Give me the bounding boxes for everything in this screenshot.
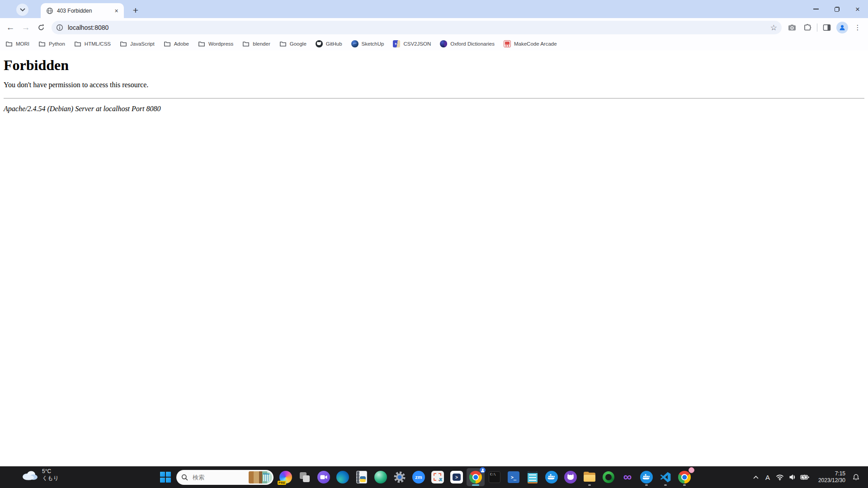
bookmark-adobe[interactable]: Adobe <box>164 40 189 47</box>
taskbar-app-copilot[interactable]: PRE <box>277 468 295 486</box>
tab-close-icon[interactable]: × <box>113 7 120 14</box>
sketchup-icon <box>351 40 359 47</box>
taskbar-app-docker-2[interactable] <box>637 468 656 486</box>
running-indicator <box>472 484 479 486</box>
taskbar-app-python-file[interactable] <box>353 468 371 486</box>
taskbar-app-vscode[interactable] <box>656 468 675 486</box>
close-button[interactable]: × <box>847 0 868 18</box>
csv2json-icon <box>393 40 400 47</box>
browser-titlebar: 403 Forbidden × + × <box>0 0 868 18</box>
bookmark-mori[interactable]: MORI <box>5 40 29 47</box>
tab-search-button[interactable] <box>16 4 28 16</box>
notifications-button[interactable] <box>849 466 863 488</box>
taskbar-app-powershell[interactable]: >_ <box>505 468 523 486</box>
command-prompt-icon: C:\ <box>489 471 500 483</box>
browser-window: 403 Forbidden × + × ← → <box>0 0 868 466</box>
oxford-icon <box>440 40 447 47</box>
start-button[interactable] <box>156 468 175 486</box>
makecode-icon <box>504 40 511 47</box>
side-panel-button[interactable] <box>819 20 835 35</box>
taskbar-app-github-desktop[interactable] <box>561 468 580 486</box>
tray-chevron-up[interactable] <box>750 466 761 488</box>
bookmark-makecode-arcade[interactable]: MakeCode Arcade <box>504 40 557 47</box>
taskbar-app-docker[interactable] <box>542 468 561 486</box>
ime-indicator[interactable]: A <box>762 466 773 488</box>
tab-403-forbidden[interactable]: 403 Forbidden × <box>41 3 124 18</box>
bookmark-github[interactable]: GitHub <box>316 40 342 47</box>
reload-icon <box>37 23 45 32</box>
snipping-tool-icon <box>431 471 444 483</box>
bookmark-htmlcss[interactable]: HTML/CSS <box>74 40 111 47</box>
running-indicator <box>645 484 648 486</box>
taskbar-app-green-ring[interactable] <box>599 468 618 486</box>
gear-icon <box>393 471 406 483</box>
github-icon <box>316 40 323 47</box>
bookmark-oxford-dictionaries[interactable]: Oxford Dictionaries <box>440 40 495 47</box>
taskbar-app-zoom[interactable]: zm <box>410 468 428 486</box>
weather-widget[interactable]: 5°C くもり <box>21 468 59 482</box>
taskbar-app-chrome-pink-profile[interactable] <box>675 468 693 486</box>
bookmark-star-icon[interactable]: ☆ <box>770 23 777 33</box>
taskbar-app-edge[interactable] <box>334 468 352 486</box>
reload-button[interactable] <box>33 20 49 35</box>
taskbar-app-video-chat[interactable] <box>315 468 333 486</box>
taskbar-app-snipping-tool[interactable] <box>429 468 447 486</box>
taskbar-app-command-prompt[interactable]: C:\ <box>486 468 504 486</box>
folder-icon <box>279 40 287 47</box>
bell-icon <box>852 474 860 481</box>
folder-icon <box>198 40 205 47</box>
toolbar-divider <box>817 23 817 32</box>
bookmark-blender[interactable]: blender <box>242 40 270 47</box>
taskbar-app-green-globe[interactable] <box>372 468 390 486</box>
system-tray: A <box>750 466 868 488</box>
extensions-button[interactable] <box>800 20 815 35</box>
folder-icon <box>164 40 171 47</box>
taskbar-app-chrome-active[interactable] <box>467 468 485 486</box>
taskbar-app-visual-studio[interactable]: ∞ <box>618 468 637 486</box>
bookmark-python[interactable]: Python <box>38 40 65 47</box>
chrome-icon <box>678 471 691 483</box>
search-input[interactable] <box>192 474 249 481</box>
puzzle-icon <box>803 23 812 32</box>
tray-time: 7:15 <box>835 470 845 477</box>
browser-menu-button[interactable]: ⋮ <box>850 20 865 35</box>
profile-button[interactable] <box>835 20 850 35</box>
taskbar: 5°C くもり PRE <box>0 466 868 488</box>
chrome-icon <box>469 471 482 483</box>
address-input[interactable] <box>67 23 770 32</box>
squares-icon <box>298 471 311 483</box>
taskbar-app-widgets[interactable] <box>296 468 314 486</box>
omnibox[interactable]: ☆ <box>52 21 782 34</box>
copilot-pre-badge: PRE <box>278 481 286 485</box>
battery-indicator[interactable] <box>798 466 811 488</box>
bookmark-javascript[interactable]: JavaScript <box>120 40 155 47</box>
forward-button[interactable]: → <box>18 20 33 35</box>
restore-button[interactable] <box>826 0 847 18</box>
bookmark-csv2json[interactable]: CSV2JSON <box>393 40 431 47</box>
search-icon <box>181 474 188 481</box>
back-button[interactable]: ← <box>3 20 18 35</box>
green-globe-icon <box>374 471 387 483</box>
new-tab-button[interactable]: + <box>129 4 142 17</box>
taskbar-app-file-explorer[interactable] <box>580 468 599 486</box>
bookmark-sketchup[interactable]: SketchUp <box>351 40 384 47</box>
docker-icon <box>545 471 558 483</box>
taskbar-app-settings[interactable] <box>391 468 409 486</box>
screenshot-camera-button[interactable] <box>784 20 800 35</box>
wifi-indicator[interactable] <box>774 466 786 488</box>
site-info-icon[interactable] <box>56 24 63 31</box>
taskbar-search[interactable] <box>176 470 274 485</box>
volume-indicator[interactable] <box>787 466 798 488</box>
green-ring-icon <box>603 471 614 483</box>
window-controls: × <box>806 0 868 18</box>
search-highlight-image[interactable] <box>249 471 272 483</box>
taskbar-app-notepad[interactable] <box>524 468 542 486</box>
clock[interactable]: 7:15 2023/12/30 <box>812 466 845 488</box>
minimize-icon <box>813 9 819 9</box>
divider <box>4 98 864 99</box>
folder-icon <box>120 40 127 47</box>
taskbar-app-dev-chat[interactable]: > <box>448 468 466 486</box>
bookmark-wordpress[interactable]: Wordpress <box>198 40 233 47</box>
bookmark-google[interactable]: Google <box>279 40 307 47</box>
minimize-button[interactable] <box>806 0 826 18</box>
